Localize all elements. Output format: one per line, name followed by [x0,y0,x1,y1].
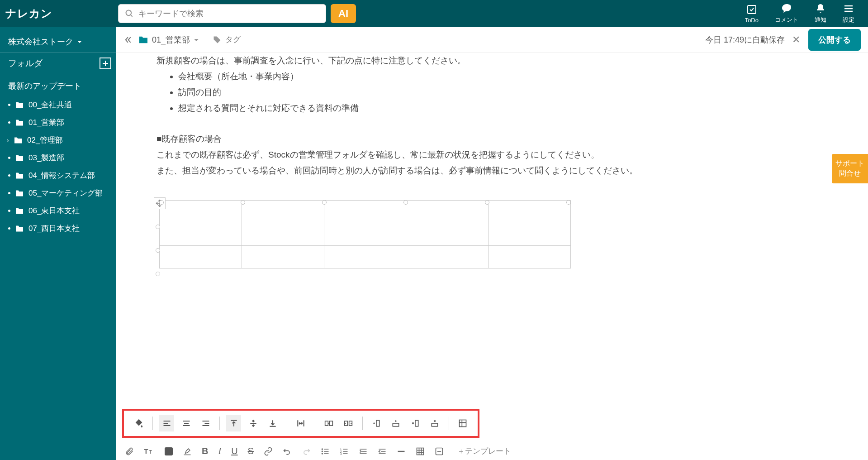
ai-button[interactable]: AI [331,4,356,23]
workspace-selector[interactable]: 株式会社ストーク [0,31,116,53]
valign-top-button[interactable] [226,415,241,431]
indent-button[interactable] [359,447,368,456]
attachment-button[interactable] [125,447,134,456]
format-toolbar: TT B I U S 123 ＋テンプレート [116,442,868,460]
bullet-icon [8,174,10,177]
highlight-button[interactable] [183,447,192,456]
distribute-columns-button[interactable] [293,415,308,431]
support-tab[interactable]: サポート 問合せ [832,154,868,183]
folder-label: 06_東日本支社 [28,206,80,216]
strikethrough-icon: S [248,446,254,456]
checkbox-button[interactable] [435,447,444,456]
template-button[interactable]: ＋テンプレート [457,446,511,456]
redo-button[interactable] [302,447,311,456]
folder-list: 00_全社共通01_営業部›02_管理部03_製造部04_情報システム部05_マ… [0,93,116,240]
merge-cells-icon [324,419,334,428]
tag-selector[interactable]: タグ [213,34,241,45]
align-right-button[interactable] [198,415,213,431]
sidebar-folder-item[interactable]: 03_製造部 [0,149,116,167]
delete-column-button[interactable] [408,415,423,431]
doc-bullet: 会社概要（所在地・事業内容） [178,68,841,84]
editor-table[interactable] [159,200,571,268]
cell-fill-button[interactable] [131,415,146,431]
sidebar-folder-item[interactable]: 05_マーケティング部 [0,184,116,202]
doc-bullet: 想定される質問とそれに対応できる資料の準備 [178,100,841,116]
recent-updates-link[interactable]: 最新のアップデート [0,74,116,93]
insert-table-button[interactable] [416,447,425,456]
folder-icon [14,137,23,144]
italic-button[interactable]: I [218,446,221,456]
doc-paragraph: また、担当が変わっている場合や、前回訪問時と別の人が訪問する場合は、必ず事前情報… [157,163,841,178]
bullet-icon [8,227,10,230]
paint-bucket-icon [134,418,144,428]
collapse-icon[interactable] [123,35,132,44]
plus-icon [102,60,109,67]
sidebar-folder-item[interactable]: ›02_管理部 [0,131,116,149]
insert-column-button[interactable] [369,415,384,431]
text-size-icon: TT [144,447,155,456]
align-left-button[interactable] [159,415,174,431]
document-editor[interactable]: 新規顧客の場合は、事前調査を入念に行い、下記の点に特に注意してください。 会社概… [116,53,868,409]
folder-label: 04_情報システム部 [28,170,95,181]
add-folder-button[interactable] [100,58,111,69]
search-box[interactable] [118,4,326,23]
paperclip-icon [125,447,134,456]
sidebar-folder-item[interactable]: 00_全社共通 [0,96,116,114]
svg-rect-3 [330,421,333,426]
svg-rect-9 [432,423,438,426]
link-button[interactable] [264,447,273,456]
editor-table-wrapper [157,200,568,268]
numbered-list-button[interactable]: 123 [340,447,349,456]
italic-icon: I [218,446,221,456]
underline-button[interactable]: U [231,446,237,456]
breadcrumb-folder[interactable]: 01_営業部 [138,34,199,45]
indent-icon [359,447,368,456]
menu-icon [843,3,854,14]
valign-middle-button[interactable] [246,415,261,431]
folder-icon [15,119,24,126]
hr-button[interactable] [397,447,406,456]
folder-label: 05_マーケティング部 [28,188,103,198]
undo-button[interactable] [283,447,292,456]
split-cells-button[interactable] [341,415,356,431]
sidebar-folder-item[interactable]: 04_情報システム部 [0,167,116,184]
settings-button[interactable]: 設定 [843,3,854,24]
search-input[interactable] [138,9,319,19]
app-logo: ナレカン [5,6,116,21]
bullet-list-button[interactable] [321,447,330,456]
merge-cells-button[interactable] [321,415,336,431]
svg-rect-1 [748,5,756,14]
chevron-right-icon: › [7,137,9,144]
publish-button[interactable]: 公開する [808,29,861,51]
folder-icon [15,190,24,197]
strikethrough-button[interactable]: S [248,446,254,456]
bullet-icon [8,104,10,106]
highlighter-icon [183,447,192,456]
bullet-icon [8,192,10,194]
table-properties-button[interactable] [455,415,470,431]
sidebar: 株式会社ストーク フォルダ 最新のアップデート 00_全社共通01_営業部›02… [0,27,116,460]
distribute-h-icon [296,419,305,428]
sidebar-folder-item[interactable]: 07_西日本支社 [0,220,116,237]
outdent-button[interactable] [378,447,387,456]
close-button[interactable]: ✕ [792,34,800,46]
bold-button[interactable]: B [202,446,208,456]
tag-icon [213,35,222,44]
sidebar-folder-item[interactable]: 06_東日本支社 [0,202,116,220]
todo-button[interactable]: ToDo [745,4,759,24]
text-color-button[interactable] [165,447,173,455]
delete-row-button[interactable] [427,415,442,431]
comment-button[interactable]: コメント [775,3,798,24]
valign-bottom-button[interactable] [265,415,280,431]
sidebar-folder-item[interactable]: 01_営業部 [0,114,116,131]
svg-rect-20 [417,448,423,455]
notification-button[interactable]: 通知 [815,3,826,24]
svg-rect-10 [460,420,466,427]
svg-point-15 [322,451,323,452]
insert-row-button[interactable] [389,415,403,431]
bullet-icon [8,121,10,124]
align-center-button[interactable] [179,415,194,431]
text-style-button[interactable]: TT [144,447,155,456]
svg-rect-8 [415,420,418,426]
svg-rect-7 [393,423,399,426]
